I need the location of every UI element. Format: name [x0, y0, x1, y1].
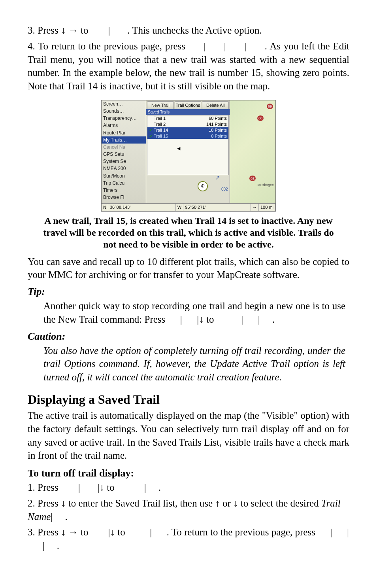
section-heading: Displaying a Saved Trail — [28, 391, 349, 408]
step-4-para: 4. To return to the previous page, press… — [28, 40, 349, 93]
scale-icon: ↔ — [251, 204, 259, 211]
tab-button[interactable]: New Trail — [147, 101, 174, 109]
tab-button[interactable]: Trail Options — [175, 101, 202, 109]
menu-item[interactable]: Sounds… — [102, 108, 146, 115]
display-trail-para: The active trail is automatically displa… — [28, 409, 349, 462]
distance-value: 002 — [221, 187, 228, 192]
menu-item[interactable]: System Se — [102, 158, 146, 165]
latitude: 36°08.143' — [108, 204, 176, 211]
trail-row[interactable]: ✓Trail 150 Points — [147, 133, 228, 139]
trail-row[interactable]: Trail 160 Points — [147, 115, 228, 121]
save-recall-para: You can save and recall up to 10 differe… — [28, 255, 349, 282]
menu-item[interactable]: Trip Calcu — [102, 180, 146, 187]
menu-item[interactable]: Transparency… — [102, 115, 146, 122]
town-label: Muskogee — [257, 183, 274, 187]
map-preview: 69 68 62 Muskogee — [230, 100, 275, 203]
step-3-line: 3. Press ↓ → to | . This unchecks the Ac… — [28, 24, 349, 37]
lat-n: N — [102, 204, 108, 211]
toff-step3: 3. Press ↓ → to |↓ to | . To return to t… — [28, 526, 349, 552]
hwy-shield: 69 — [267, 104, 273, 109]
caution-body: You also have the option of completely t… — [43, 344, 345, 384]
left-arrow-icon: ◄ — [176, 145, 181, 152]
toff-step1: 1. Press | |↓ to | . — [28, 481, 349, 494]
scale-value: 100 mi — [259, 204, 275, 211]
tip-body: Another quick way to stop recording one … — [43, 299, 345, 326]
menu-item[interactable]: Route Plar — [102, 129, 146, 136]
tab-button[interactable]: Delete All — [202, 101, 229, 109]
trails-panel: New TrailTrail OptionsDelete All Saved T… — [146, 100, 230, 203]
heading-arrow-icon: ↗ — [215, 174, 220, 182]
menu-item[interactable]: My Trails… — [102, 136, 146, 144]
hwy-shield: 62 — [249, 176, 256, 181]
menu-item[interactable]: Screen… — [102, 100, 146, 108]
menu-item[interactable]: Timers — [102, 187, 146, 194]
longitude: 95°50.271' — [183, 204, 251, 211]
menu-item[interactable]: NMEA 200 — [102, 165, 146, 172]
menu-item[interactable]: GPS Setu — [102, 151, 146, 158]
turn-off-heading: To turn off trail display: — [28, 466, 349, 480]
menu-item[interactable]: Browse Fi — [102, 194, 146, 201]
menu-column: Screen…Sounds…Transparency…AlarmsRoute P… — [102, 100, 146, 203]
menu-item[interactable]: Cancel Na — [102, 144, 146, 151]
trail-row[interactable]: ✓Trail 1418 Points — [147, 127, 228, 133]
lon-w: W — [176, 204, 183, 211]
tab-bar: New TrailTrail OptionsDelete All — [146, 100, 230, 109]
toff-step2: 2. Press ↓ to enter the Saved Trail list… — [28, 497, 349, 524]
status-bar: N 36°08.143' W 95°50.271' ↔ 100 mi — [102, 203, 275, 211]
trail-list: Trail 160 PointsTrail 2141 Points✓Trail … — [147, 115, 229, 175]
menu-item[interactable]: Sun/Moon — [102, 172, 146, 180]
hwy-shield: 68 — [257, 115, 264, 121]
compass-icon: ⦿ — [198, 181, 208, 191]
figure-caption: A new trail, Trail 15, is created when T… — [40, 215, 337, 250]
list-header: Saved Trails — [146, 109, 230, 115]
device-screenshot: Trails Screen…Sounds…Transparency…Alarms… — [28, 100, 349, 212]
menu-item[interactable]: Alarms — [102, 122, 146, 129]
caution-label: Caution: — [28, 329, 349, 343]
tip-label: Tip: — [28, 285, 349, 299]
trail-row[interactable]: Trail 2141 Points — [147, 121, 228, 127]
